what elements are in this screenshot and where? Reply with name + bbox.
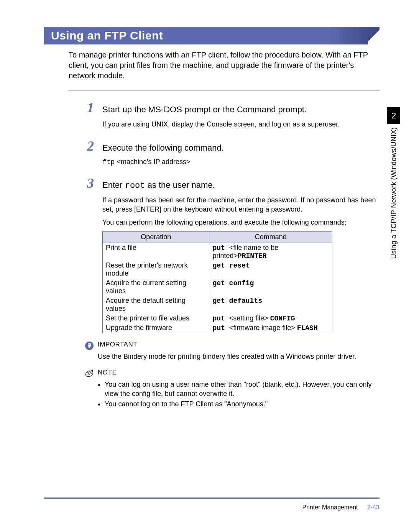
cmd-cell: put <setting file> CONFIG <box>209 314 332 323</box>
page-number: 2-43 <box>367 504 380 511</box>
op-cell: Acquire the default setting values <box>103 296 209 314</box>
step-2: 2 Execute the following command. ftp <ma… <box>85 138 380 166</box>
step-subtext: If a password has been set for the machi… <box>102 195 380 214</box>
intro-paragraph: To manage printer functions with an FTP … <box>69 50 380 81</box>
table-row: Acquire the default setting values get d… <box>103 296 332 314</box>
cmd-bold: put <box>212 244 229 252</box>
important-label: IMPORTANT <box>98 341 137 348</box>
step-3: 3 Enter root as the user name. If a pass… <box>85 175 380 333</box>
cmd-cell: put <file name to be printed>PRINTER <box>209 243 332 261</box>
command-line: ftp <machine's IP address> <box>102 158 380 166</box>
cmd-bold: get reset <box>212 262 250 269</box>
cmd-bold: get config <box>212 279 254 287</box>
step-title: Start up the MS-DOS prompt or the Comman… <box>102 104 307 115</box>
op-cell: Acquire the current setting values <box>103 278 209 296</box>
cmd-bold: FLASH <box>297 324 318 332</box>
command-table-wrap: Operation Command Print a file put <file… <box>102 231 380 333</box>
side-tab: 2 Using a TCP/IP Network (Windows/UNIX) <box>387 107 400 259</box>
step-1: 1 Start up the MS-DOS prompt or the Comm… <box>85 100 380 129</box>
step-title-part: Enter <box>102 180 125 190</box>
important-callout: IMPORTANT <box>85 341 380 350</box>
chapter-number: 2 <box>391 111 396 121</box>
code-inline: root <box>125 181 145 190</box>
table-row: Acquire the current setting values get c… <box>103 278 332 296</box>
table-row: Reset the printer's network module get r… <box>103 261 332 278</box>
step-title: Execute the following command. <box>102 143 224 154</box>
note-label: NOTE <box>98 369 117 376</box>
cmd-arg: <machine's IP address> <box>115 158 190 166</box>
footer-rule <box>44 498 380 499</box>
cmd-cell: get defaults <box>209 296 332 314</box>
important-icon <box>85 341 94 350</box>
step-subtext: You can perform the following operations… <box>102 218 380 227</box>
cmd-arg: <setting file> <box>229 314 270 322</box>
footer-section: Printer Management <box>302 504 358 511</box>
chapter-title-vertical: Using a TCP/IP Network (Windows/UNIX) <box>390 127 398 259</box>
cmd-bold: CONFIG <box>270 315 295 322</box>
note-item: You cannot log on to the FTP Client as "… <box>105 399 380 409</box>
step-title: Enter root as the user name. <box>102 180 215 192</box>
table-row: Set the printer to file values put <sett… <box>103 314 332 323</box>
svg-rect-2 <box>89 344 89 345</box>
cmd-cell: put <firmware image file> FLASH <box>209 323 332 333</box>
op-cell: Reset the printer's network module <box>103 261 209 278</box>
cmd-arg: <firmware image file> <box>229 324 297 332</box>
op-cell: Set the printer to file values <box>103 314 209 323</box>
table-header-operation: Operation <box>103 231 209 243</box>
cmd-bold: PRINTER <box>238 252 267 260</box>
cmd-bold: put <box>212 324 229 332</box>
cmd-cell: get reset <box>209 261 332 278</box>
footer-text: Printer Management 2-43 <box>44 504 380 511</box>
section-header: Using an FTP Client <box>44 27 380 44</box>
command-table: Operation Command Print a file put <file… <box>102 231 332 333</box>
note-item: You can log on using a user name other t… <box>105 380 380 399</box>
step-number: 2 <box>85 138 96 154</box>
page-footer: Printer Management 2-43 <box>44 498 380 511</box>
table-header-command: Command <box>209 231 332 243</box>
svg-rect-4 <box>89 346 90 348</box>
cmd-bold: put <box>212 315 229 322</box>
op-cell: Print a file <box>103 243 209 261</box>
step-number: 3 <box>85 175 96 191</box>
note-icon <box>85 369 94 378</box>
cmd-cell: get config <box>209 278 332 296</box>
note-callout: NOTE <box>85 369 380 378</box>
step-title-part: as the user name. <box>145 180 215 190</box>
svg-rect-1 <box>88 343 91 346</box>
table-row: Upgrade the firmware put <firmware image… <box>103 323 332 333</box>
important-text: Use the Bindery mode for printing binder… <box>98 352 380 361</box>
cmd-bold: get defaults <box>212 297 262 305</box>
step-subtext: If you are using UNIX, display the Conso… <box>102 120 380 129</box>
chapter-number-box: 2 <box>387 107 400 124</box>
separator-line <box>69 90 380 90</box>
table-row: Print a file put <file name to be printe… <box>103 243 332 261</box>
step-number: 1 <box>85 100 96 116</box>
svg-rect-3 <box>90 344 90 345</box>
section-title: Using an FTP Client <box>51 29 163 42</box>
cmd-prefix: ftp <box>102 158 115 166</box>
op-cell: Upgrade the firmware <box>103 323 209 333</box>
note-body: You can log on using a user name other t… <box>98 380 380 409</box>
